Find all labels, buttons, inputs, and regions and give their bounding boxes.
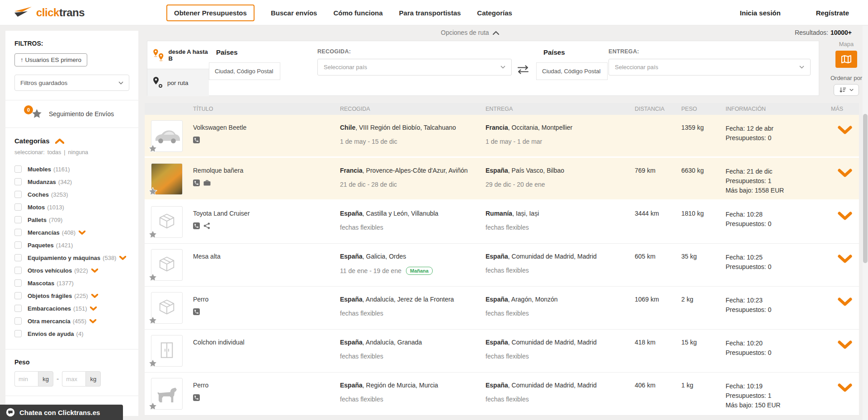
category-item[interactable]: Pallets (709)	[14, 213, 129, 226]
category-checkbox[interactable]	[14, 229, 22, 236]
weight-max-unit[interactable]: kg	[85, 371, 101, 387]
route-options-toggle[interactable]: Opciones de ruta	[441, 29, 499, 36]
expand-row-chevron-icon[interactable]	[838, 126, 852, 136]
info-offers: Presupuestos: 0	[726, 219, 831, 229]
table-row[interactable]: Toyota Land Cruiser España, Cas	[145, 201, 859, 244]
category-item[interactable]: Motos (1013)	[14, 201, 129, 213]
select-none-link[interactable]: ninguna	[68, 149, 89, 156]
table-row[interactable]: Volkswagen Beetle Chile, VIII Región del…	[145, 115, 859, 158]
delivery-tab-city-postal[interactable]: Ciudad, Código Postal	[536, 62, 608, 80]
category-label: Otros vehículos	[28, 267, 72, 274]
tab-from-a-to-b[interactable]: desde A hasta B	[147, 41, 209, 69]
delivery-location: España, Comunidad de Madrid, Madrid	[486, 253, 635, 260]
shipment-title[interactable]: Volkswagen Beetle	[193, 124, 340, 131]
shipment-title[interactable]: Remolque bañera	[193, 167, 340, 174]
swap-route-button[interactable]	[516, 65, 530, 76]
category-count: (538)	[103, 255, 116, 261]
category-checkbox[interactable]	[14, 305, 22, 312]
category-item[interactable]: Mudanzas (342)	[14, 175, 129, 188]
category-item[interactable]: Muebles (1161)	[14, 163, 129, 175]
category-checkbox[interactable]	[14, 279, 22, 287]
nav-link[interactable]: Categorías	[477, 9, 512, 17]
table-row[interactable]: Mesa alta España, Galicia, Ordes 11 de e…	[145, 244, 859, 287]
expand-row-chevron-icon[interactable]	[838, 383, 852, 393]
shipment-title[interactable]: Toyota Land Cruiser	[193, 210, 340, 217]
category-checkbox[interactable]	[14, 165, 22, 173]
shipment-title[interactable]: Perro	[193, 382, 340, 389]
register-link[interactable]: Regístrate	[816, 9, 849, 17]
chevron-down-icon[interactable]	[90, 307, 97, 311]
pickup-tab-countries[interactable]: Países	[209, 41, 278, 62]
category-checkbox[interactable]	[14, 216, 22, 223]
category-item[interactable]: Embarcaciones (151)	[14, 302, 129, 315]
category-item[interactable]: Coches (3253)	[14, 188, 129, 201]
category-checkbox[interactable]	[14, 203, 22, 211]
chevron-up-icon	[493, 31, 499, 35]
table-row[interactable]: Remolque bañera Francia, Proven	[145, 158, 859, 201]
weight-min-unit[interactable]: kg	[38, 371, 53, 387]
shipment-title[interactable]: Colchon individual	[193, 339, 340, 346]
category-checkbox[interactable]	[14, 241, 22, 249]
category-item[interactable]: Mascotas (1377)	[14, 277, 129, 289]
nav-link[interactable]: Buscar envíos	[271, 9, 317, 17]
chevron-down-icon[interactable]	[91, 269, 98, 273]
weight-min-input[interactable]	[14, 371, 38, 387]
sort-button[interactable]	[834, 84, 859, 96]
expand-row-chevron-icon[interactable]	[838, 212, 852, 222]
pickup-country-select[interactable]: Seleccionar país	[317, 59, 512, 76]
table-row[interactable]: Perro España, Andalucía, Jerez de la Fro…	[145, 287, 859, 330]
shipment-title[interactable]: Mesa alta	[193, 253, 340, 260]
category-item[interactable]: Otra mercancía (455)	[14, 315, 129, 327]
expand-row-chevron-icon[interactable]	[838, 340, 852, 350]
category-label: Mascotas	[28, 280, 54, 287]
select-separator: |	[64, 149, 65, 156]
share-nodes-icon	[203, 222, 210, 231]
expand-row-chevron-icon[interactable]	[838, 169, 852, 179]
table-row[interactable]: Colchon individual España, Andalucía, Gr…	[145, 330, 859, 373]
category-checkbox[interactable]	[14, 267, 22, 274]
scrollbar-thumb[interactable]	[863, 114, 868, 263]
category-checkbox[interactable]	[14, 292, 22, 299]
delivery-country-select[interactable]: Seleccionar país	[609, 59, 811, 76]
clicktrans-logo[interactable]: clicktrans	[14, 6, 85, 19]
category-item[interactable]: Objetos frágiles (225)	[14, 289, 129, 302]
nav-link[interactable]: Para transportistas	[399, 9, 461, 17]
chevron-down-icon[interactable]	[91, 294, 98, 298]
weight-max-input[interactable]	[62, 371, 85, 387]
shipment-tracking[interactable]: 0 Seguimiento de Envíos	[5, 100, 138, 128]
chat-widget[interactable]: Chatea con Clicktrans.es	[0, 405, 123, 420]
route-options-label: Opciones de ruta	[441, 29, 489, 36]
expand-row-chevron-icon[interactable]	[838, 297, 852, 307]
page-scrollbar[interactable]	[863, 26, 868, 420]
category-item[interactable]: Otros vehículos (922)	[14, 264, 129, 277]
category-item[interactable]: Mercancías (408)	[14, 226, 129, 239]
chevron-down-icon[interactable]	[119, 256, 126, 260]
users-es-first-button[interactable]: ↑ Usuarios ES primero	[14, 53, 87, 66]
delivery-tab-countries[interactable]: Países	[536, 41, 605, 62]
category-checkbox[interactable]	[14, 317, 22, 325]
chevron-down-icon[interactable]	[79, 231, 85, 235]
pickup-tab-city-postal[interactable]: Ciudad, Código Postal	[209, 62, 280, 80]
saved-filters-select[interactable]: Filtros guardados	[14, 75, 129, 91]
info-offers: Presupuestos: 1	[726, 391, 831, 401]
category-count: (4)	[76, 330, 84, 337]
category-item[interactable]: Envíos de ayuda (4)	[14, 327, 129, 340]
login-link[interactable]: Inicia sesión	[740, 9, 781, 17]
category-checkbox[interactable]	[14, 330, 22, 337]
nav-link[interactable]: Cómo funciona	[333, 9, 382, 17]
map-button[interactable]	[835, 51, 857, 68]
category-item[interactable]: Equipamiento y máquinas (538)	[14, 251, 129, 264]
tab-by-route[interactable]: por ruta	[147, 69, 209, 96]
category-checkbox[interactable]	[14, 178, 22, 185]
category-checkbox[interactable]	[14, 191, 22, 198]
select-all-link[interactable]: todas	[47, 149, 61, 156]
shipment-title[interactable]: Perro	[193, 296, 340, 303]
nav-obtener-presupuestos[interactable]: Obtener Presupuestos	[166, 5, 255, 21]
chevron-down-icon[interactable]	[90, 319, 96, 323]
expand-row-chevron-icon[interactable]	[838, 255, 852, 264]
pickup-location: España, Castilla y León, Villanubla	[340, 210, 486, 217]
collapse-chevron-up-icon[interactable]	[55, 138, 64, 144]
category-checkbox[interactable]	[14, 254, 22, 261]
table-row[interactable]: Perro España, Región de Murcia, Murcia	[145, 373, 859, 415]
category-item[interactable]: Paquetes (1421)	[14, 239, 129, 251]
